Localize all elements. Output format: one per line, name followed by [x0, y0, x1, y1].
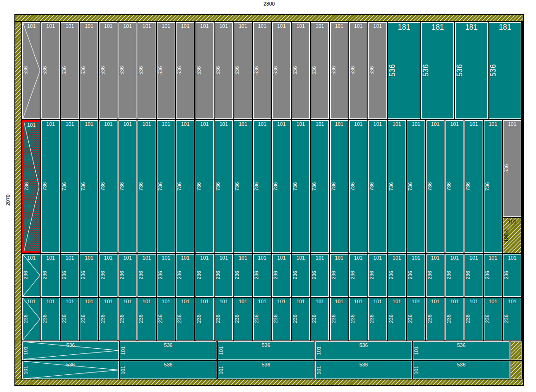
- panel-piece[interactable]: 101236: [157, 254, 175, 297]
- panel-piece[interactable]: 101736: [137, 120, 156, 253]
- panel-piece[interactable]: 101236: [176, 254, 194, 297]
- panel-piece[interactable]: 101236: [349, 298, 367, 340]
- panel-piece[interactable]: 101236: [234, 254, 252, 297]
- panel-piece[interactable]: 101236: [215, 254, 233, 297]
- panel-piece[interactable]: 101236: [41, 254, 59, 297]
- panel-piece[interactable]: 101236: [464, 298, 483, 340]
- panel-piece[interactable]: 101236: [368, 298, 386, 340]
- panel-piece[interactable]: 101236: [445, 254, 464, 297]
- panel-piece[interactable]: 101736: [118, 120, 137, 253]
- panel-piece[interactable]: 101536: [311, 22, 329, 119]
- panel-piece[interactable]: 101236: [388, 298, 406, 340]
- panel-piece[interactable]: 101236: [311, 298, 329, 340]
- panel-piece[interactable]: 101236: [407, 254, 425, 297]
- panel-piece[interactable]: 181536: [388, 22, 420, 119]
- panel-piece[interactable]: 101236: [157, 298, 175, 340]
- panel-piece[interactable]: 101736: [445, 120, 464, 253]
- panel-piece[interactable]: 101736: [99, 120, 118, 253]
- panel-piece[interactable]: 536101: [218, 361, 314, 379]
- panel-piece[interactable]: 536101: [218, 341, 314, 359]
- panel-piece[interactable]: 101236: [368, 254, 386, 297]
- panel-piece[interactable]: 101236: [234, 298, 252, 340]
- selected-piece[interactable]: 101736: [22, 120, 40, 253]
- panel-piece[interactable]: 101236: [80, 298, 98, 340]
- panel-piece[interactable]: 101736: [484, 120, 502, 253]
- panel-piece[interactable]: 101536: [118, 22, 137, 119]
- panel-piece[interactable]: 101736: [253, 120, 271, 253]
- panel-piece[interactable]: 101236: [99, 298, 118, 340]
- panel-piece[interactable]: 101536: [22, 22, 40, 119]
- panel-piece[interactable]: 101236: [292, 298, 310, 340]
- panel-piece[interactable]: 101736: [349, 120, 367, 253]
- panel-piece[interactable]: 101236: [426, 254, 444, 297]
- panel-piece[interactable]: 536101: [120, 341, 216, 359]
- panel-piece[interactable]: 101736: [388, 120, 406, 253]
- panel-piece[interactable]: 101536: [61, 22, 79, 119]
- panel-piece[interactable]: 101236: [137, 298, 156, 340]
- panel-piece[interactable]: 101736: [330, 120, 348, 253]
- panel-piece[interactable]: 101236: [484, 298, 502, 340]
- panel-piece[interactable]: 181536: [421, 22, 454, 119]
- panel-piece[interactable]: 101236: [311, 254, 329, 297]
- panel-piece[interactable]: 101736: [157, 120, 175, 253]
- panel-piece[interactable]: 101236: [22, 254, 40, 297]
- panel-piece[interactable]: 101236: [484, 254, 502, 297]
- waste-piece[interactable]: [510, 361, 521, 379]
- panel-piece[interactable]: 101736: [407, 120, 425, 253]
- panel-piece[interactable]: 101536: [253, 22, 271, 119]
- panel-piece[interactable]: 101536: [292, 22, 310, 119]
- panel-piece[interactable]: 101536: [99, 22, 118, 119]
- panel-piece[interactable]: 101236: [253, 254, 271, 297]
- panel-piece[interactable]: 101236: [464, 254, 483, 297]
- panel-piece[interactable]: 101236: [388, 254, 406, 297]
- panel-piece[interactable]: 536101: [22, 361, 119, 379]
- panel-piece[interactable]: 101236: [272, 298, 290, 340]
- panel-piece[interactable]: 101236: [330, 254, 348, 297]
- waste-piece[interactable]: 101195.4: [503, 218, 521, 253]
- panel-piece[interactable]: 101236: [445, 298, 464, 340]
- panel-piece[interactable]: 101236: [176, 298, 194, 340]
- panel-piece[interactable]: 101536: [176, 22, 194, 119]
- panel-piece[interactable]: 101736: [176, 120, 194, 253]
- panel-piece[interactable]: 101236: [196, 298, 214, 340]
- panel-piece[interactable]: 101236: [22, 298, 40, 340]
- panel-piece[interactable]: 101236: [503, 298, 521, 340]
- panel-piece[interactable]: 101536: [272, 22, 290, 119]
- panel-piece[interactable]: 101536: [157, 22, 175, 119]
- panel-piece[interactable]: 101236: [253, 298, 271, 340]
- panel-piece[interactable]: 101736: [464, 120, 483, 253]
- panel-piece[interactable]: 101736: [272, 120, 290, 253]
- panel-piece[interactable]: 536101: [120, 361, 216, 379]
- panel-piece[interactable]: 101536: [234, 22, 252, 119]
- panel-piece[interactable]: 536101: [413, 361, 510, 379]
- panel-piece[interactable]: 101736: [368, 120, 386, 253]
- panel-piece[interactable]: 101236: [137, 254, 156, 297]
- panel-piece[interactable]: 101236: [426, 298, 444, 340]
- panel-piece[interactable]: 101236: [330, 298, 348, 340]
- panel-piece[interactable]: 101236: [196, 254, 214, 297]
- panel-piece[interactable]: 536101: [315, 361, 412, 379]
- panel-piece[interactable]: 101236: [118, 254, 137, 297]
- panel-piece[interactable]: 101236: [61, 254, 79, 297]
- panel-piece[interactable]: 536101: [315, 341, 412, 359]
- panel-piece[interactable]: 536101: [413, 341, 510, 359]
- panel-piece[interactable]: 101236: [41, 298, 59, 340]
- panel-piece[interactable]: 536101: [22, 341, 119, 359]
- panel-piece[interactable]: 101736: [196, 120, 214, 253]
- waste-piece[interactable]: [510, 341, 521, 359]
- panel-piece[interactable]: 101236: [99, 254, 118, 297]
- panel-piece[interactable]: 101736: [292, 120, 310, 253]
- panel-piece[interactable]: 101236: [349, 254, 367, 297]
- panel-piece[interactable]: 101236: [118, 298, 137, 340]
- panel-piece[interactable]: 101236: [215, 298, 233, 340]
- panel-piece[interactable]: 101236: [407, 298, 425, 340]
- panel-piece[interactable]: 101536: [330, 22, 348, 119]
- panel-piece[interactable]: 101236: [272, 254, 290, 297]
- panel-piece[interactable]: 101736: [61, 120, 79, 253]
- panel-piece[interactable]: 101536: [349, 22, 367, 119]
- panel-piece[interactable]: 101536: [368, 22, 386, 119]
- panel-piece[interactable]: 101536: [137, 22, 156, 119]
- panel-piece[interactable]: 101736: [215, 120, 233, 253]
- panel-piece[interactable]: 181536: [455, 22, 488, 119]
- panel-piece[interactable]: 101236: [503, 254, 521, 297]
